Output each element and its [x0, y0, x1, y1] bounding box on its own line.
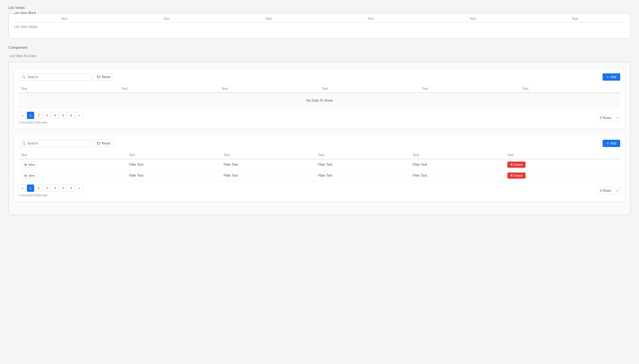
filler-row-1: [13, 31, 626, 33]
th2-1: Text: [19, 151, 127, 159]
add-button-1[interactable]: + Add: [603, 73, 620, 81]
view-button-2[interactable]: View: [21, 173, 38, 178]
table-cell-2-1: Filler Text: [127, 159, 221, 170]
page-6-btn[interactable]: 6: [68, 112, 75, 119]
filler-row-2: [13, 33, 626, 35]
main-dashed-wrapper: Reset + Add Text Text Text: [8, 62, 631, 215]
page-prev-1[interactable]: «: [19, 112, 26, 119]
table-cell-delete-1: ✕ Delete: [505, 159, 620, 170]
svg-line-1: [25, 78, 26, 79]
page-title: List Views: [8, 6, 631, 10]
th-1: Text: [19, 85, 119, 93]
delete-button-1[interactable]: ✕ Delete: [507, 162, 526, 168]
th2-5: Text: [410, 151, 505, 159]
reset-icon-2: [97, 142, 100, 145]
th2-6: Text: [505, 151, 620, 159]
delete-button-2[interactable]: ✕ Delete: [507, 172, 526, 179]
page-next-2[interactable]: »: [76, 185, 83, 192]
pagination-1: « 1 2 3 4 5 6 »: [19, 112, 83, 119]
search-input-2[interactable]: [27, 141, 89, 145]
x-icon-1: ✕: [510, 163, 513, 167]
table-header-row-2: Text Text Text Text Text Text: [19, 151, 620, 159]
page-container: List Views List View Black Text Text Tex…: [0, 0, 639, 221]
rows-select-2[interactable]: 5 Rows 10 Rows 25 Rows 50 Rows: [598, 187, 620, 194]
col-header-5: Text: [422, 17, 524, 21]
add-label-1: Add: [610, 75, 616, 79]
no-data-row: No Data To Show: [19, 93, 620, 108]
table-cell-2-2: Filler Text: [127, 170, 221, 181]
search-icon: [22, 75, 26, 79]
th-6: Text: [520, 85, 620, 93]
delete-label-1: Delete: [514, 163, 523, 166]
page-4-btn-2[interactable]: 4: [51, 185, 59, 192]
table-header-row: Text Text Text Text Text Text: [19, 85, 620, 93]
table-cell-4-2: Filler Text: [316, 170, 411, 181]
th-3: Text: [219, 85, 320, 93]
add-button-2[interactable]: + Add: [603, 140, 620, 147]
search-wrapper-1[interactable]: [19, 73, 92, 81]
no-data-message: No Data To Show: [19, 93, 620, 108]
svg-point-0: [22, 76, 25, 78]
page-4-btn[interactable]: 4: [51, 112, 59, 119]
component-section: Component List View No Data: [8, 45, 631, 215]
list-view-black-section: List View Black Text Text Text Text Text…: [8, 13, 631, 39]
svg-point-6: [24, 175, 27, 176]
page-3-btn-2[interactable]: 3: [43, 185, 50, 192]
page-5-btn-2[interactable]: 5: [59, 185, 67, 192]
col-header-3: Text: [217, 17, 320, 21]
delete-label-2: Delete: [514, 174, 523, 177]
pagination-area-2: « 1 2 3 4 5 6 » 0 record(s) Returned: [19, 185, 620, 197]
th-4: Text: [319, 85, 420, 93]
th2-3: Text: [221, 151, 316, 159]
toolbar-no-data: Reset + Add: [19, 73, 620, 81]
reset-label-2: Reset: [102, 141, 110, 145]
page-1-btn-2[interactable]: 1: [27, 185, 34, 192]
col-header-4: Text: [320, 17, 422, 21]
table-row: View Filler Text Filler Text Filler Text…: [19, 159, 620, 170]
eye-icon-1: [24, 163, 27, 166]
pagination-2: « 1 2 3 4 5 6 »: [19, 185, 83, 192]
page-prev-2[interactable]: «: [19, 185, 26, 192]
page-6-btn-2[interactable]: 6: [68, 185, 75, 192]
rows-select-container-1: 5 Rows 10 Rows 25 Rows 50 Rows: [598, 115, 620, 121]
reset-button-2[interactable]: Reset: [94, 140, 113, 147]
page-5-btn[interactable]: 5: [59, 112, 67, 119]
page-2-btn[interactable]: 2: [35, 112, 42, 119]
table-with-data: Text Text Text Text Text Text: [19, 151, 620, 181]
th2-2: Text: [127, 151, 221, 159]
records-count-1: 0 record(s) Returned: [19, 121, 83, 124]
page-next-1[interactable]: »: [76, 112, 83, 119]
pagination-area-1: « 1 2 3 4 5 6 » 0 record(s) Returned: [19, 112, 620, 124]
table-cell-5-2: Filler Text: [410, 170, 505, 181]
svg-point-4: [24, 164, 27, 165]
table-cell-3-2: Filler Text: [221, 170, 316, 181]
page-1-btn[interactable]: 1: [27, 112, 34, 119]
th-2: Text: [119, 85, 219, 93]
table-no-data: Text Text Text Text Text Text No Data To…: [19, 85, 620, 108]
reset-button-1[interactable]: Reset: [94, 73, 113, 81]
table-cell-delete-2: ✕ Delete: [505, 170, 620, 181]
search-wrapper-2[interactable]: [19, 140, 92, 147]
list-panel-with-data: Reset + Add Text Text Text: [14, 135, 625, 201]
add-label-2: Add: [610, 141, 616, 145]
eye-icon-2: [24, 174, 27, 177]
view-button-1[interactable]: View: [21, 162, 38, 167]
table-cell-view-2: View: [19, 170, 127, 181]
records-count-2: 0 record(s) Returned: [19, 193, 83, 197]
col-header-6: Text: [524, 17, 626, 21]
svg-point-5: [25, 164, 26, 165]
pagination-bottom-2: « 1 2 3 4 5 6 » 0 record(s) Returned: [19, 185, 83, 197]
reset-icon: [97, 75, 100, 79]
page-2-btn-2[interactable]: 2: [35, 185, 42, 192]
rows-select-1[interactable]: 5 Rows 10 Rows 25 Rows 50 Rows: [598, 115, 620, 121]
page-3-btn[interactable]: 3: [43, 112, 50, 119]
x-icon-2: ✕: [510, 174, 513, 178]
plus-icon: +: [607, 75, 609, 79]
view-label-1: View: [28, 163, 35, 166]
search-input-1[interactable]: [27, 75, 89, 79]
reset-label-1: Reset: [102, 75, 110, 79]
table-cell-5-1: Filler Text: [410, 159, 505, 170]
list-view-black-label: List View Black: [12, 11, 38, 15]
svg-line-3: [25, 144, 26, 145]
col-header-2: Text: [115, 17, 218, 21]
